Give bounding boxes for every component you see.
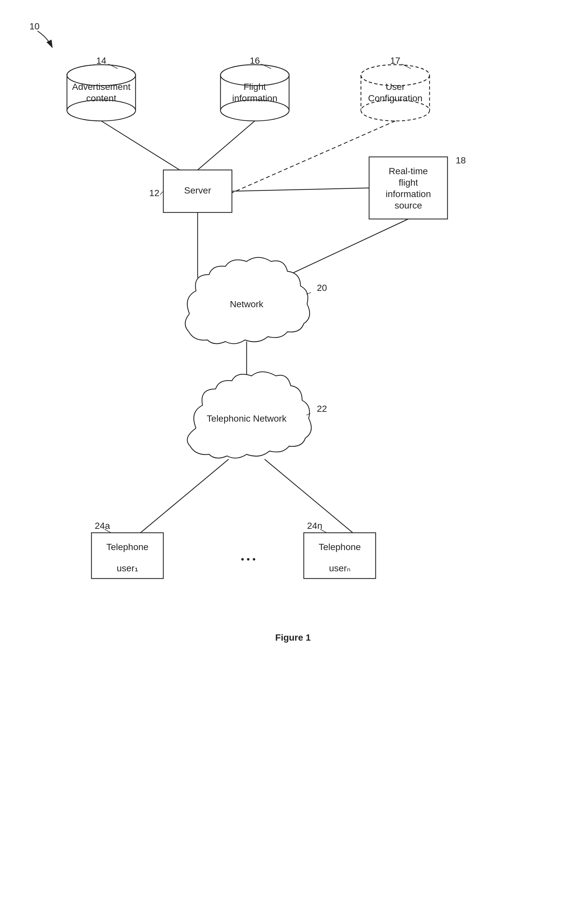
network-label: Network bbox=[230, 299, 264, 309]
svg-line-30 bbox=[140, 459, 229, 533]
figure-label: Figure 1 bbox=[275, 632, 311, 643]
user-config-id: 17 bbox=[390, 56, 400, 66]
user-config-label1: User bbox=[385, 82, 405, 92]
realtime-label3: information bbox=[386, 189, 431, 199]
flight-info-id: 16 bbox=[250, 56, 260, 66]
figure-number: 10 bbox=[30, 21, 40, 31]
realtime-label4: source bbox=[395, 200, 422, 211]
svg-line-24 bbox=[232, 188, 369, 191]
ad-content-id: 14 bbox=[96, 56, 106, 66]
flight-info-label1: Flight bbox=[244, 82, 266, 92]
usern-label1: Telephone bbox=[318, 542, 360, 552]
user1-label1: Telephone bbox=[106, 542, 148, 552]
flight-info-label2: information bbox=[232, 93, 278, 103]
realtime-id: 18 bbox=[456, 155, 466, 165]
svg-line-35 bbox=[320, 529, 327, 533]
diagram-container: 10 14 Advertisement content bbox=[0, 0, 586, 924]
user-config-label2: Configuration bbox=[368, 93, 423, 103]
network-id: 20 bbox=[317, 283, 327, 293]
realtime-label1: Real-time bbox=[389, 166, 428, 176]
ad-content-label2: content bbox=[86, 93, 116, 103]
ad-content-label1: Advertisement bbox=[72, 82, 131, 92]
server-label: Server bbox=[184, 185, 211, 195]
user1-id: 24a bbox=[95, 521, 110, 531]
ellipsis: • • • bbox=[241, 554, 256, 564]
telephonic-network-id: 22 bbox=[317, 404, 327, 414]
svg-line-18 bbox=[160, 191, 163, 195]
svg-line-22 bbox=[198, 121, 255, 170]
telephonic-network-label: Telephonic Network bbox=[207, 414, 287, 424]
user1-label2: user₁ bbox=[117, 563, 138, 573]
usern-id: 24n bbox=[307, 521, 323, 531]
svg-line-21 bbox=[101, 121, 179, 170]
usern-label2: userₙ bbox=[329, 563, 350, 573]
realtime-label2: flight bbox=[398, 178, 418, 188]
server-id: 12 bbox=[149, 188, 160, 198]
